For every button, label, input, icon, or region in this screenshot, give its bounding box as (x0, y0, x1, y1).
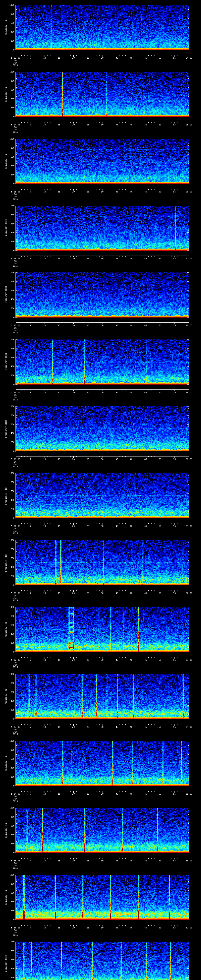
spectrogram-panel: 02004006008001000Frequency (Hz)5:23:0051… (0, 0, 201, 67)
x-end-label: 31:00 (180, 525, 198, 527)
date-label: 2015 (10, 934, 21, 936)
spectrogram-panel: 02004006008001000Frequency (Hz)5:26:0051… (0, 201, 201, 268)
y-tick-label: 200 (5, 575, 14, 577)
y-axis-title: Frequency (Hz) (5, 888, 7, 907)
y-tick-label: 1000 (5, 138, 14, 140)
y-tick-label: 1000 (5, 807, 14, 809)
date-label: 16 (10, 662, 21, 663)
date-label: 2015 (10, 399, 21, 401)
y-tick-label: 0 (5, 250, 14, 252)
x-end-label: 36:00 (180, 860, 198, 862)
y-tick-label: 800 (5, 80, 14, 82)
x-end-label: 34:00 (180, 726, 198, 728)
y-tick-label: 0 (5, 116, 14, 118)
y-axis-title: Frequency (Hz) (5, 754, 7, 773)
spectrogram-panel: 02004006008001000Frequency (Hz)5:36:0051… (0, 870, 201, 937)
x-end-label: 26:00 (180, 191, 198, 193)
y-tick-label: 800 (5, 147, 14, 149)
y-axis-title: Frequency (Hz) (5, 420, 7, 438)
y-axis-title: Frequency (Hz) (5, 821, 7, 840)
spectrogram-panel: 02004006008001000Frequency (Hz)5:28:0051… (0, 334, 201, 402)
date-label: 2015 (10, 265, 21, 267)
y-tick-label: 200 (5, 776, 14, 778)
y-tick-label: 1000 (5, 472, 14, 474)
y-tick-label: 0 (5, 785, 14, 787)
y-axis-title: Frequency (Hz) (5, 955, 7, 973)
spectrogram-panel: 02004006008001000Frequency (Hz)5:30:0051… (0, 468, 201, 535)
y-tick-label: 0 (5, 718, 14, 720)
date-label: Jun (10, 865, 21, 867)
date-label: 16 (10, 528, 21, 530)
y-tick-label: 200 (5, 977, 14, 978)
y-tick-label: 1000 (5, 874, 14, 876)
spectrogram-panel: 02004006008001000Frequency (Hz)5:29:0051… (0, 401, 201, 468)
y-tick-label: 800 (5, 883, 14, 885)
y-axis-title: Frequency (Hz) (5, 286, 7, 304)
date-label: Jun (10, 664, 21, 666)
spectrogram-panel: 02004006008001000Frequency (Hz)5:25:0051… (0, 134, 201, 201)
x-end-label: 30:00 (180, 458, 198, 460)
y-tick-label: 200 (5, 441, 14, 443)
y-tick-label: 800 (5, 13, 14, 15)
y-tick-label: 1000 (5, 940, 14, 943)
date-label: Jun (10, 798, 21, 800)
y-axis-title: Frequency (Hz) (5, 687, 7, 706)
y-tick-label: 1000 (5, 405, 14, 407)
date-label: 16 (10, 929, 21, 931)
y-tick-label: 1000 (5, 272, 14, 274)
y-tick-label: 200 (5, 40, 14, 42)
date-label: 16 (10, 795, 21, 797)
date-label: 16 (10, 193, 21, 196)
y-tick-label: 1000 (5, 673, 14, 675)
y-axis-title: Frequency (Hz) (5, 219, 7, 237)
date-label: Jun (10, 262, 21, 265)
x-end-label: 32:00 (180, 592, 198, 594)
y-tick-label: 1000 (5, 740, 14, 742)
y-axis-title: Frequency (Hz) (5, 152, 7, 170)
spectrogram-canvas (0, 937, 201, 980)
y-tick-label: 800 (5, 347, 14, 350)
y-tick-label: 200 (5, 843, 14, 845)
date-label: 16 (10, 862, 21, 864)
date-label: 2015 (10, 198, 21, 200)
date-label: 16 (10, 126, 21, 128)
y-axis-title: Frequency (Hz) (5, 620, 7, 639)
date-label: 2015 (10, 599, 21, 601)
date-label: Jun (10, 329, 21, 331)
date-label: Jun (10, 62, 21, 64)
date-label: Jun (10, 463, 21, 465)
x-end-label: 29:00 (180, 391, 198, 394)
date-label: Jun (10, 530, 21, 532)
date-label: 2015 (10, 466, 21, 468)
y-axis-title: Frequency (Hz) (5, 554, 7, 572)
y-tick-label: 1000 (5, 339, 14, 340)
date-label: 2015 (10, 867, 21, 869)
date-label: Jun (10, 396, 21, 398)
y-tick-label: 1000 (5, 4, 14, 6)
y-tick-label: 0 (5, 919, 14, 921)
y-tick-label: 800 (5, 214, 14, 216)
date-label: Jun (10, 731, 21, 733)
date-label: Jun (10, 932, 21, 934)
y-axis-title: Frequency (Hz) (5, 18, 7, 37)
y-tick-label: 200 (5, 642, 14, 644)
y-tick-label: 800 (5, 816, 14, 818)
y-tick-label: 1000 (5, 205, 14, 207)
y-tick-label: 200 (5, 709, 14, 711)
date-label: Jun (10, 129, 21, 131)
y-tick-label: 800 (5, 280, 14, 283)
date-label: 16 (10, 729, 21, 731)
date-label: 16 (10, 59, 21, 62)
spectrogram-panel: 02004006008001000Frequency (Hz)5:34:0051… (0, 736, 201, 803)
spectrogram-panel: 02004006008001000Frequency (Hz)5:33:0051… (0, 669, 201, 736)
y-tick-label: 0 (5, 183, 14, 185)
y-tick-label: 800 (5, 414, 14, 417)
y-axis-title: Frequency (Hz) (5, 487, 7, 505)
x-end-label: 25:00 (180, 124, 198, 126)
y-tick-label: 800 (5, 682, 14, 684)
y-tick-label: 200 (5, 240, 14, 243)
y-axis-title: Frequency (Hz) (5, 353, 7, 371)
y-tick-label: 800 (5, 615, 14, 617)
y-tick-label: 0 (5, 517, 14, 519)
y-tick-label: 0 (5, 383, 14, 385)
